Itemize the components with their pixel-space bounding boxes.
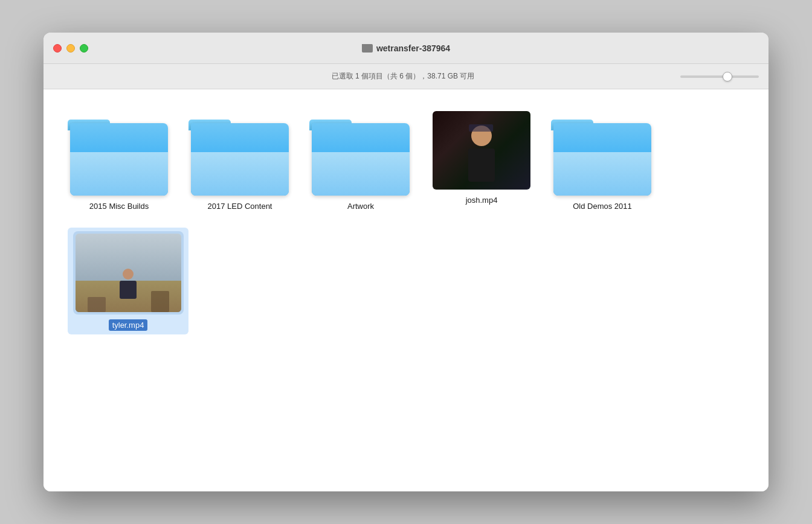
file-label: Artwork	[344, 200, 378, 212]
folder-front	[70, 152, 168, 196]
list-item[interactable]: 2017 LED Content	[188, 107, 291, 216]
file-label-wrap: Old Demos 2011	[569, 200, 636, 212]
file-label: Old Demos 2011	[569, 200, 636, 212]
traffic-lights	[53, 44, 88, 53]
folder-icon	[68, 111, 170, 196]
file-label-wrap: josh.mp4	[462, 194, 501, 206]
file-label: tyler.mp4	[109, 319, 148, 331]
folder-icon	[309, 111, 412, 196]
finder-window: wetransfer-387964 已選取 1 個項目（共 6 個），38.71…	[44, 33, 768, 491]
list-item[interactable]: Old Demos 2011	[551, 107, 654, 216]
titlebar-center: wetransfer-387964	[362, 43, 450, 53]
file-label: 2015 Misc Builds	[86, 200, 152, 212]
toolbar: 已選取 1 個項目（共 6 個），38.71 GB 可用	[44, 64, 768, 89]
zoom-slider-thumb[interactable]	[723, 72, 732, 81]
list-item[interactable]: tyler.mp4	[68, 228, 188, 334]
file-label-wrap: 2015 Misc Builds	[86, 200, 152, 212]
folder-icon	[188, 111, 291, 196]
file-label-wrap: 2017 LED Content	[204, 200, 276, 212]
list-item[interactable]: 2015 Misc Builds	[68, 107, 170, 216]
folder-front	[312, 152, 410, 196]
list-item[interactable]: josh.mp4	[430, 107, 533, 216]
file-label-wrap: tyler.mp4	[109, 319, 148, 331]
zoom-slider-area[interactable]	[680, 75, 759, 78]
video-thumbnail	[433, 111, 530, 190]
zoom-slider-track[interactable]	[680, 75, 759, 78]
file-label: josh.mp4	[462, 194, 501, 206]
files-grid: 2015 Misc Builds 2017 LED Content	[68, 107, 744, 334]
thumbnail-scene	[76, 234, 181, 312]
content-area: 2015 Misc Builds 2017 LED Content	[44, 89, 768, 491]
minimize-button[interactable]	[66, 44, 75, 53]
video-thumbnail	[76, 234, 181, 312]
thumbnail-inner	[433, 111, 530, 190]
titlebar: wetransfer-387964	[44, 33, 768, 64]
folder-icon	[551, 111, 654, 196]
file-label: 2017 LED Content	[204, 200, 276, 212]
status-text: 已選取 1 個項目（共 6 個），38.71 GB 可用	[126, 71, 680, 81]
folder-icon-small	[362, 44, 373, 53]
close-button[interactable]	[53, 44, 62, 53]
folder-front	[553, 152, 651, 196]
video-outer	[73, 231, 184, 315]
window-title: wetransfer-387964	[376, 43, 450, 53]
file-label-wrap: Artwork	[344, 200, 378, 212]
folder-front	[191, 152, 289, 196]
maximize-button[interactable]	[80, 44, 88, 53]
list-item[interactable]: Artwork	[309, 107, 412, 216]
